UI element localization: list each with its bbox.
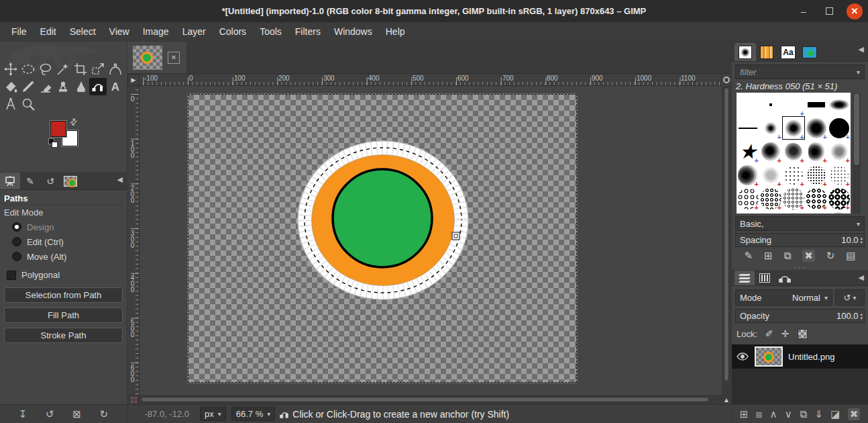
delete-brush-icon[interactable]: ✖ [802, 250, 815, 262]
maximize-button[interactable] [821, 3, 837, 19]
close-button[interactable]: ✕ [847, 3, 863, 19]
menu-help[interactable]: Help [380, 23, 411, 40]
tab-document-history[interactable] [799, 43, 820, 61]
brush-cell[interactable] [828, 93, 851, 116]
delete-tool-preset-icon[interactable]: ⊠ [72, 408, 81, 420]
selection-from-path-button[interactable]: Selection from Path [4, 287, 123, 303]
tab-undo-history[interactable]: ↺ [40, 173, 60, 189]
horizontal-scrollbar[interactable] [140, 395, 722, 404]
brush-cell[interactable] [782, 187, 805, 210]
brush-cell[interactable] [828, 116, 851, 140]
image-tab-close-icon[interactable]: ✕ [168, 52, 180, 64]
brush-cell[interactable] [737, 116, 759, 140]
brush-cell[interactable] [759, 93, 782, 116]
spacing-spinner[interactable]: ▴▾ [860, 236, 863, 244]
menu-view[interactable]: View [103, 23, 135, 40]
layer-mask-icon[interactable]: ◪ [830, 408, 840, 420]
zoom-dropdown[interactable]: 66.7 % ▾ [231, 407, 276, 421]
tool-zoom[interactable] [19, 95, 37, 113]
stroke-path-button[interactable]: Stroke Path [4, 328, 123, 343]
menu-tools[interactable]: Tools [254, 23, 288, 40]
menu-colors[interactable]: Colors [213, 23, 252, 40]
brush-cell[interactable] [805, 163, 828, 187]
tool-bucket-fill[interactable] [2, 78, 19, 95]
opacity-slider[interactable]: Opacity 100.0 ▴▾ [735, 309, 865, 323]
brush-cell[interactable] [782, 93, 805, 116]
tab-channels[interactable] [755, 271, 775, 285]
tab-fonts[interactable]: Aa [777, 43, 799, 61]
brush-cell[interactable] [805, 187, 828, 210]
fill-path-button[interactable]: Fill Path [4, 308, 123, 323]
brush-scroll-thumb[interactable] [854, 93, 859, 165]
brush-grid[interactable]: ★ [737, 93, 851, 214]
tool-unified-transform[interactable] [89, 60, 107, 78]
vertical-scrollbar[interactable] [722, 86, 731, 395]
tool-paintbrush[interactable] [19, 78, 37, 95]
menu-windows[interactable]: Windows [328, 23, 378, 40]
opacity-spinner[interactable]: ▴▾ [860, 312, 863, 320]
polygonal-checkbox-row[interactable]: Polygonal [7, 270, 123, 280]
hscroll-thumb[interactable] [141, 397, 709, 402]
lock-alpha-icon[interactable] [798, 329, 808, 339]
navigation-button[interactable]: ▲ [722, 395, 731, 404]
tab-brushes[interactable] [735, 43, 756, 61]
brush-cell[interactable] [737, 187, 759, 210]
brush-cell[interactable] [759, 163, 782, 187]
dock-splitter-handle[interactable]: ··· [732, 265, 868, 270]
restore-tool-preset-icon[interactable]: ↺ [46, 408, 54, 420]
menu-filters[interactable]: Filters [289, 23, 327, 40]
tool-crop[interactable] [72, 60, 89, 78]
brush-cell[interactable] [782, 210, 805, 214]
tab-layers[interactable] [735, 271, 755, 285]
menu-select[interactable]: Select [64, 23, 102, 40]
brush-cell[interactable] [737, 210, 759, 214]
reset-tool-options-icon[interactable]: ↻ [100, 408, 109, 420]
radio-move[interactable]: Move (Alt) [12, 251, 123, 262]
brush-cell[interactable] [828, 163, 851, 187]
canvas-viewport[interactable] [140, 86, 722, 395]
brush-cell[interactable] [737, 163, 759, 187]
ruler-corner-button[interactable]: ▶ [127, 74, 140, 86]
default-colors-icon[interactable] [48, 138, 58, 148]
tool-clone[interactable] [54, 78, 72, 95]
lock-position-icon[interactable]: ✛ [781, 328, 790, 339]
menu-layer[interactable]: Layer [176, 23, 212, 40]
menu-image[interactable]: Image [137, 23, 175, 40]
brush-group-dropdown[interactable]: Basic, ▾ [735, 216, 865, 231]
collapse-left-dock-icon[interactable]: ◀ [117, 175, 123, 184]
tool-eraser[interactable] [37, 78, 54, 95]
brush-cell[interactable] [759, 187, 782, 210]
collapse-right-dock-icon[interactable]: ◀ [859, 45, 864, 54]
brush-grid-scrollbar[interactable] [853, 93, 861, 214]
brush-cell[interactable] [805, 140, 828, 163]
brush-cell[interactable] [759, 140, 782, 163]
collapse-layers-dock-icon[interactable]: ◀ [859, 273, 864, 282]
brush-cell[interactable] [805, 210, 828, 214]
tool-smudge[interactable] [72, 78, 89, 95]
brush-cell[interactable] [828, 210, 851, 214]
tool-fuzzy-select[interactable] [54, 60, 72, 78]
save-tool-preset-icon[interactable]: ↧ [19, 408, 28, 420]
brush-cell[interactable] [828, 187, 851, 210]
image-canvas[interactable] [188, 94, 577, 383]
layer-mode-options-button[interactable]: ↺ ▾ [835, 289, 865, 306]
tool-handle-transform[interactable] [107, 60, 124, 78]
quickmask-toggle[interactable] [127, 395, 140, 404]
radio-design[interactable]: Design [12, 222, 123, 232]
tool-text[interactable]: A [107, 78, 124, 95]
layer-visibility-eye-icon[interactable] [736, 352, 749, 361]
merge-down-icon[interactable]: ⇓ [814, 408, 823, 420]
brush-cell-selected[interactable] [782, 116, 805, 140]
layer-row[interactable]: Untitled.png [732, 344, 868, 369]
new-layer-icon[interactable]: ⊞ [740, 408, 749, 420]
foreground-color-swatch[interactable] [50, 121, 66, 137]
open-brush-icon[interactable]: ▤ [846, 250, 855, 262]
tab-device-status[interactable]: ✎ [20, 173, 40, 189]
brush-cell[interactable] [759, 210, 782, 214]
swap-colors-icon[interactable]: ⇄ [67, 115, 79, 128]
raise-layer-icon[interactable]: ∧ [769, 408, 777, 420]
tab-patterns[interactable] [756, 43, 777, 61]
tool-paths[interactable] [89, 78, 107, 95]
brush-filter-input[interactable]: filter ▾ [735, 64, 865, 79]
brush-cell[interactable] [782, 140, 805, 163]
